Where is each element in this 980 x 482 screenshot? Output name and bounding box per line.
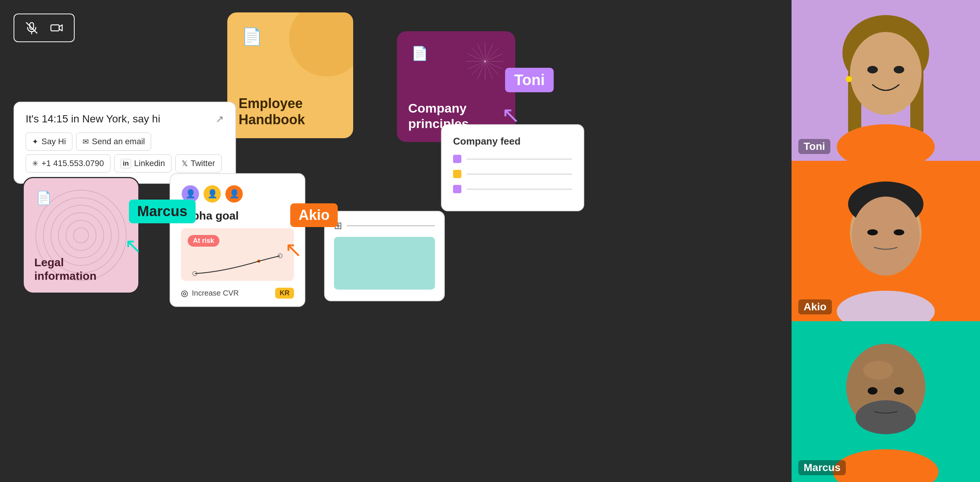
feed-line-2 [467,174,572,175]
svg-point-41 [856,400,916,434]
legal-title: Legal information [34,256,128,283]
svg-point-15 [59,213,103,258]
sayhi-arrow-link[interactable]: ↗ [216,113,224,125]
marcus-tooltip: Marcus [129,200,196,223]
akio-cursor: ↖ [285,237,302,262]
akio-label: Akio [798,300,832,314]
kr-badge: KR [275,288,294,299]
svg-point-27 [867,66,878,73]
avatar-2: 👤 [203,184,222,203]
principles-title: Company principles [408,100,504,132]
marcus-label: Marcus [798,460,846,475]
svg-point-38 [863,361,893,380]
twitter-icon: 𝕏 [182,159,188,168]
svg-point-34 [867,229,878,235]
starburst-decoration [463,39,508,84]
send-email-btn[interactable]: ✉ Send an email [76,133,151,151]
mic-button[interactable] [21,19,42,37]
svg-point-30 [846,76,852,82]
feed-title: Company feed [453,136,572,147]
toni-illustration [792,0,980,161]
linkedin-btn[interactable]: in Linkedin [114,154,172,173]
principles-icon: 📄 [411,46,428,61]
feed-dot-3 [453,185,461,193]
sayhi-card: It's 14:15 in New York, say hi ↗ ✦ Say H… [14,101,236,184]
media-controls [14,14,75,42]
phone-btn[interactable]: ✳ +1 415.553.0790 [25,154,110,173]
marcus-illustration [792,321,980,482]
svg-point-39 [868,387,878,395]
svg-point-36 [837,291,935,322]
right-video-panel: Toni Akio [792,0,980,482]
feed-line-3 [467,189,572,190]
feed-card[interactable]: Company feed [441,124,584,211]
camera-button[interactable] [46,19,67,37]
alpha-goal-icon: ◎ [181,289,188,298]
svg-point-28 [894,66,904,73]
phone-icon: ✳ [32,159,38,168]
table-title-line [347,225,435,226]
table-header: ⊞ [334,220,435,231]
svg-point-33 [852,197,920,276]
feed-item-3 [453,185,572,193]
svg-point-35 [894,229,904,235]
at-risk-badge: At risk [188,235,220,247]
svg-point-13 [73,228,89,243]
akio-illustration [792,161,980,322]
table-sheet-card[interactable]: ⊞ [324,211,445,301]
chart-area: At risk [181,228,294,281]
handbook-icon: 📄 [242,27,262,46]
teal-content-box [334,237,435,290]
toni-video-cell: Toni [792,0,980,161]
toni-label: Toni [798,139,830,154]
alpha-bottom-row: ◎ Increase CVR KR [181,285,294,299]
feed-dot-1 [453,155,461,163]
marcus-video-cell: Marcus [792,321,980,482]
svg-point-42 [833,449,939,482]
marcus-cursor: ↖ [124,233,142,258]
goal-chart [188,250,287,280]
svg-point-26 [850,32,921,115]
svg-rect-3 [51,25,59,31]
alpha-label: Increase CVR [192,289,271,298]
legal-card[interactable]: 📄 Legal information [22,177,140,294]
toni-tooltip: Toni [505,68,554,92]
toni-cursor: ↖ [501,101,520,128]
handbook-title: Employee Handbook [239,95,342,128]
sayhi-icon: ✦ [32,137,38,146]
goal-title: Alpha goal [181,209,294,222]
feed-dot-2 [453,170,461,178]
handbook-card[interactable]: 📄 Employee Handbook [226,11,354,140]
linkedin-icon: in [121,159,131,168]
sayhi-buttons: ✦ Say Hi ✉ Send an email ✳ +1 415.553.07… [25,133,224,173]
svg-point-40 [894,387,904,395]
akio-tooltip: Akio [290,203,338,227]
time-display: It's 14:15 in New York, say hi ↗ [25,113,224,125]
legal-icon: 📄 [36,190,52,205]
svg-point-14 [66,220,96,251]
avatar-group: 👤 👤 👤 [181,184,294,203]
feed-line-1 [467,159,572,160]
avatar-3: 👤 [224,184,243,203]
email-icon: ✉ [83,137,89,146]
twitter-btn[interactable]: 𝕏 Twitter [175,154,222,173]
sayhi-btn[interactable]: ✦ Say Hi [25,133,72,151]
feed-item-2 [453,170,572,178]
feed-item-1 [453,155,572,163]
principles-card[interactable]: 📄 Company principles [396,30,516,143]
akio-video-cell: Akio [792,161,980,322]
